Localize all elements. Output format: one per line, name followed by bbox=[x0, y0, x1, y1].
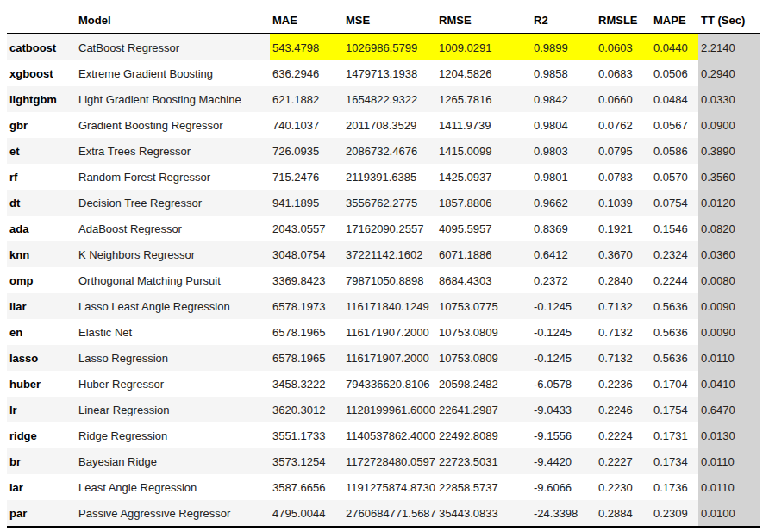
metric-value: 116171840.1249 bbox=[343, 293, 436, 319]
metric-value: 0.0762 bbox=[596, 112, 651, 138]
metric-value: 3620.3012 bbox=[270, 397, 343, 422]
row-index-label: lightgbm bbox=[7, 86, 76, 112]
metric-value: 35443.0833 bbox=[436, 500, 531, 527]
metric-value: 8684.4303 bbox=[436, 267, 531, 293]
col-header-model: Model bbox=[76, 7, 270, 34]
metric-value: 1128199961.6000 bbox=[343, 397, 436, 422]
row-index-label: br bbox=[7, 448, 76, 474]
metric-value: 0.0100 bbox=[698, 500, 760, 527]
metric-value: 0.7132 bbox=[596, 293, 651, 319]
metric-value: 1009.0291 bbox=[436, 34, 531, 60]
metric-value: 0.0567 bbox=[651, 112, 698, 138]
model-name: Linear Regression bbox=[76, 397, 270, 422]
metric-value: -0.1245 bbox=[531, 293, 596, 319]
metric-value: 0.1736 bbox=[651, 474, 698, 500]
metric-value: 0.2940 bbox=[698, 60, 760, 86]
metric-value: 0.0410 bbox=[698, 371, 760, 397]
metric-value: 0.2246 bbox=[596, 397, 651, 422]
model-name: CatBoost Regressor bbox=[76, 34, 270, 60]
row-index-label: ada bbox=[7, 216, 76, 241]
metric-value: 1479713.1938 bbox=[343, 60, 436, 86]
metric-value: 0.2244 bbox=[651, 267, 698, 293]
model-name: Elastic Net bbox=[76, 319, 270, 345]
metric-value: 0.5636 bbox=[651, 345, 698, 371]
table-row: etExtra Trees Regressor726.09352086732.4… bbox=[7, 138, 760, 164]
model-comparison-table: ModelMAEMSERMSER2RMSLEMAPETT (Sec) catbo… bbox=[0, 0, 769, 528]
metric-value: 0.2227 bbox=[596, 448, 651, 474]
metric-value: 22492.8089 bbox=[436, 422, 531, 448]
metric-value: 10753.0809 bbox=[436, 345, 531, 371]
metric-value: 740.1037 bbox=[270, 112, 343, 138]
row-index-label: en bbox=[7, 319, 76, 345]
metric-value: 79871050.8898 bbox=[343, 267, 436, 293]
metric-value: 0.6412 bbox=[531, 241, 596, 267]
metric-value: 20598.2482 bbox=[436, 371, 531, 397]
col-header-mae: MAE bbox=[270, 7, 343, 34]
row-index-label: gbr bbox=[7, 112, 76, 138]
metric-value: 1140537862.4000 bbox=[343, 422, 436, 448]
metric-value: 6578.1965 bbox=[270, 319, 343, 345]
metric-value: 3573.1254 bbox=[270, 448, 343, 474]
metric-value: 0.7132 bbox=[596, 345, 651, 371]
metric-value: 0.1754 bbox=[651, 397, 698, 422]
metric-value: 3587.6656 bbox=[270, 474, 343, 500]
metric-value: 10753.0775 bbox=[436, 293, 531, 319]
model-name: Passive Aggressive Regressor bbox=[76, 500, 270, 527]
row-index-label: huber bbox=[7, 371, 76, 397]
metric-value: 0.1734 bbox=[651, 448, 698, 474]
metric-value: -6.0578 bbox=[531, 371, 596, 397]
metric-value: 2043.0557 bbox=[270, 216, 343, 241]
row-index-label: dt bbox=[7, 190, 76, 216]
metric-value: 1415.0099 bbox=[436, 138, 531, 164]
row-index-label: rf bbox=[7, 164, 76, 190]
metric-value: 116171907.2000 bbox=[343, 319, 436, 345]
metric-value: -9.6066 bbox=[531, 474, 596, 500]
table-row: llarLasso Least Angle Regression6578.197… bbox=[7, 293, 760, 319]
metric-value: 0.7132 bbox=[596, 319, 651, 345]
model-name: Ridge Regression bbox=[76, 422, 270, 448]
table-row: catboostCatBoost Regressor543.4798102698… bbox=[7, 34, 760, 60]
metric-value: 3551.1733 bbox=[270, 422, 343, 448]
metric-value: 636.2946 bbox=[270, 60, 343, 86]
table-row: xgboostExtreme Gradient Boosting636.2946… bbox=[7, 60, 760, 86]
table-row: lassoLasso Regression6578.1965116171907.… bbox=[7, 345, 760, 371]
metric-value: 543.4798 bbox=[270, 34, 343, 60]
table-row: ompOrthogonal Matching Pursuit3369.84237… bbox=[7, 267, 760, 293]
metric-value: 1191275874.8730 bbox=[343, 474, 436, 500]
metric-value: 22858.5737 bbox=[436, 474, 531, 500]
metric-value: -0.1245 bbox=[531, 319, 596, 345]
row-index-label: xgboost bbox=[7, 60, 76, 86]
metric-value: 1204.5826 bbox=[436, 60, 531, 86]
metric-value: 726.0935 bbox=[270, 138, 343, 164]
row-index-label: lar bbox=[7, 474, 76, 500]
metric-value: 0.5636 bbox=[651, 319, 698, 345]
table-row: larLeast Angle Regression3587.6656119127… bbox=[7, 474, 760, 500]
metric-value: 0.9804 bbox=[531, 112, 596, 138]
table-header: ModelMAEMSERMSER2RMSLEMAPETT (Sec) bbox=[7, 7, 760, 34]
metric-value: 0.1704 bbox=[651, 371, 698, 397]
table-row: huberHuber Regressor3458.3222794336620.8… bbox=[7, 371, 760, 397]
metric-value: 0.3890 bbox=[698, 138, 760, 164]
metric-value: -9.1556 bbox=[531, 422, 596, 448]
model-name: Gradient Boosting Regressor bbox=[76, 112, 270, 138]
row-index-label: ridge bbox=[7, 422, 76, 448]
row-index-label: et bbox=[7, 138, 76, 164]
model-name: Bayesian Ridge bbox=[76, 448, 270, 474]
metric-value: 0.3670 bbox=[596, 241, 651, 267]
model-name: Huber Regressor bbox=[76, 371, 270, 397]
metric-value: 3556762.2775 bbox=[343, 190, 436, 216]
metric-value: 10753.0809 bbox=[436, 319, 531, 345]
metric-value: 0.1731 bbox=[651, 422, 698, 448]
metric-value: 0.0120 bbox=[698, 190, 760, 216]
metric-value: 0.2309 bbox=[651, 500, 698, 527]
table-row: lightgbmLight Gradient Boosting Machine6… bbox=[7, 86, 760, 112]
metric-value: 0.9803 bbox=[531, 138, 596, 164]
metric-value: 6578.1965 bbox=[270, 345, 343, 371]
table-row: ridgeRidge Regression3551.17331140537862… bbox=[7, 422, 760, 448]
metric-value: 17162090.2557 bbox=[343, 216, 436, 241]
metric-value: 621.1882 bbox=[270, 86, 343, 112]
metric-value: 0.2324 bbox=[651, 241, 698, 267]
metric-value: 0.0130 bbox=[698, 422, 760, 448]
metric-value: 2119391.6385 bbox=[343, 164, 436, 190]
metric-value: 0.0660 bbox=[596, 86, 651, 112]
